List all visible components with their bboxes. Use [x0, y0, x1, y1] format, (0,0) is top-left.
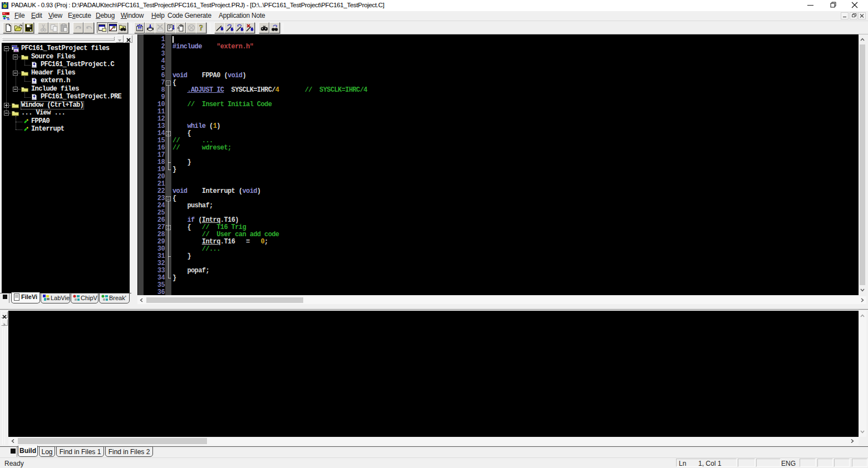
svg-text:?: ? — [199, 24, 203, 32]
